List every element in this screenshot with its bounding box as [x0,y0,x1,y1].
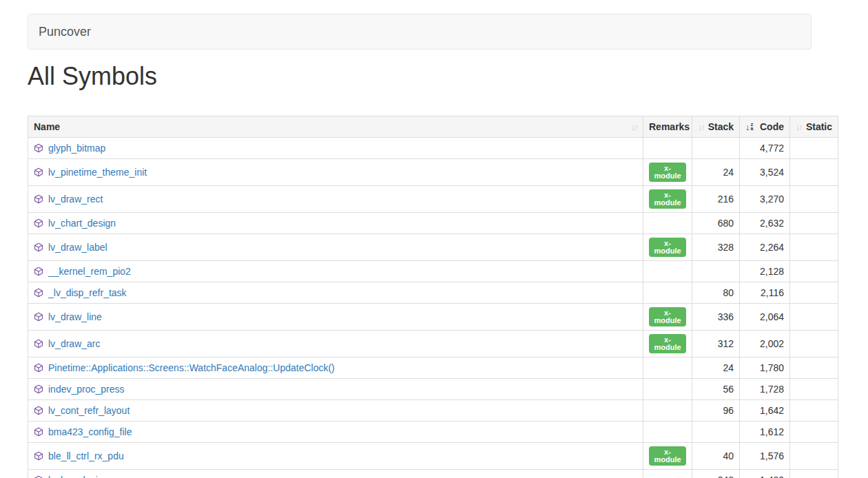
navbar-brand[interactable]: Puncover [28,14,101,49]
static-value [790,186,838,213]
code-value: 3,524 [740,159,790,186]
stack-value [692,138,740,159]
symbol-link[interactable]: _lv_disp_refr_task [48,287,127,298]
code-value: 2,064 [740,304,790,331]
symbol-link[interactable]: lv_draw_rect [48,194,103,205]
symbol-link[interactable]: lv_draw_label [48,242,107,253]
static-value [790,331,838,357]
symbol-link[interactable]: lv_draw_arc [48,338,100,349]
column-label-remarks: Remarks [649,121,690,132]
column-label-stack: Stack [708,121,734,132]
symbol-link[interactable]: __kernel_rem_pio2 [48,266,131,277]
table-row: lv_draw_arc x-module 312 2,002 [28,331,838,357]
stack-value [692,422,740,443]
code-value: 3,270 [740,186,790,213]
x-module-badge: x-module [649,189,686,209]
cube-icon [34,242,43,252]
symbol-link[interactable]: bma423_config_file [48,426,132,437]
column-header-stack[interactable]: ↓↑ Stack [692,116,740,138]
cube-icon [34,218,43,228]
stack-value: 24 [692,357,740,379]
static-value [790,261,838,282]
static-value [790,213,838,234]
cube-icon [34,167,43,177]
column-header-remarks: Remarks [643,116,692,138]
table-row: _lv_disp_refr_task 80 2,116 [28,282,838,304]
static-value [790,234,838,261]
page-container: Puncover All Symbols Name ↓↑ Remarks [28,14,840,478]
stack-value: 248 [692,470,740,478]
page-title: All Symbols [28,62,840,91]
column-header-code[interactable]: ↓za Code [740,116,790,138]
column-label-name: Name [34,121,60,132]
sort-both-icon: ↓↑ [631,122,637,132]
code-value: 2,632 [740,213,790,234]
symbol-link[interactable]: lv_chart_design [48,218,116,229]
code-value: 1,612 [740,422,790,443]
stack-value: 328 [692,234,740,261]
table-row: lv_pinetime_theme_init x-module 24 3,524 [28,159,838,186]
symbol-link[interactable]: indev_proc_press [48,384,125,395]
table-row: lv_cont_refr_layout 96 1,642 [28,400,838,422]
x-module-badge: x-module [649,446,686,466]
stack-value: 216 [692,186,740,213]
x-module-badge: x-module [649,307,686,326]
column-header-static[interactable]: ↓↑ Static [790,116,838,138]
column-label-static: Static [806,121,832,132]
symbol-link[interactable]: lv_pinetime_theme_init [48,167,147,178]
symbol-link[interactable]: lv_cont_refr_layout [48,405,130,416]
table-row: lv_chart_design 680 2,632 [28,213,838,234]
static-value [790,422,838,443]
stack-value: 680 [692,213,740,234]
symbol-link[interactable]: Pinetime::Applications::Screens::WatchFa… [48,362,335,373]
stack-value: 312 [692,331,740,357]
table-row: Pinetime::Applications::Screens::WatchFa… [28,357,838,379]
code-value: 2,128 [740,261,790,282]
static-value [790,304,838,331]
sort-both-icon: ↓↑ [796,122,802,132]
symbol-link[interactable]: lv_bar_design [48,475,108,478]
header-row: Name ↓↑ Remarks ↓↑ Stack ↓za [28,116,838,138]
sort-both-icon: ↓↑ [698,122,704,132]
x-module-badge: x-module [649,334,686,353]
code-value: 1,576 [740,443,790,470]
table-row: ble_ll_ctrl_rx_pdu x-module 40 1,576 [28,443,838,470]
table-row: glyph_bitmap 4,772 [28,138,838,159]
code-value: 1,780 [740,357,790,379]
cube-icon [34,384,43,394]
symbol-link[interactable]: glyph_bitmap [48,143,105,154]
code-value: 1,642 [740,400,790,422]
cube-icon [34,363,43,373]
static-value [790,379,838,400]
table-row: bma423_config_file 1,612 [28,422,838,443]
stack-value: 56 [692,379,740,400]
cube-icon [34,451,43,461]
symbol-link[interactable]: lv_draw_line [48,311,102,322]
cube-icon [34,143,43,153]
static-value [790,443,838,470]
table-header: Name ↓↑ Remarks ↓↑ Stack ↓za [28,116,838,138]
code-value: 1,728 [740,379,790,400]
cube-icon [34,288,43,298]
cube-icon [34,339,43,349]
stack-value: 336 [692,304,740,331]
cube-icon [34,267,43,276]
static-value [790,138,838,159]
column-label-code: Code [760,121,784,132]
cube-icon [34,475,43,478]
code-value: 4,772 [740,138,790,159]
table-row: indev_proc_press 56 1,728 [28,379,838,400]
stack-value: 24 [692,159,740,186]
table-row: lv_draw_rect x-module 216 3,270 [28,186,838,213]
stack-value [692,261,740,282]
symbols-table: Name ↓↑ Remarks ↓↑ Stack ↓za [28,116,838,478]
stack-value: 40 [692,443,740,470]
column-header-name[interactable]: Name ↓↑ [28,116,643,138]
static-value [790,470,838,478]
stack-value: 80 [692,282,740,304]
cube-icon [34,194,43,204]
symbol-link[interactable]: ble_ll_ctrl_rx_pdu [48,450,124,461]
static-value [790,282,838,304]
cube-icon [34,427,43,437]
table-row: lv_draw_line x-module 336 2,064 [28,304,838,331]
